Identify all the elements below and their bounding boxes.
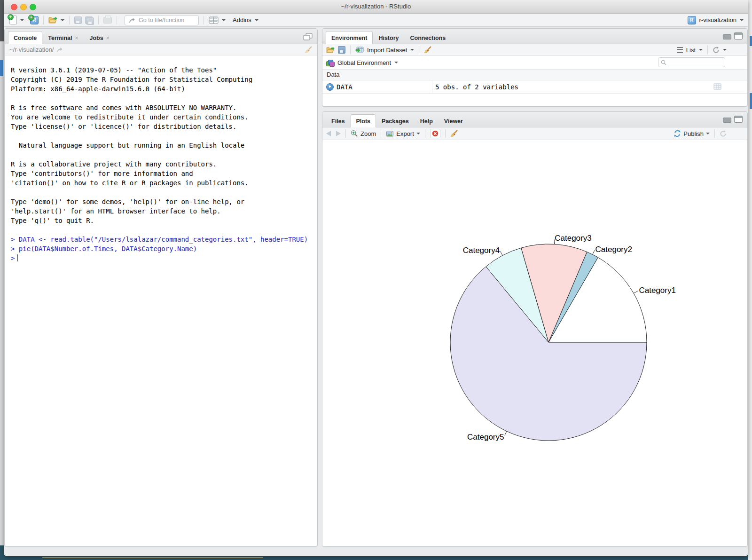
project-dropdown-caret[interactable] xyxy=(740,19,744,21)
remove-plot-button[interactable] xyxy=(430,129,440,138)
previous-plot-button[interactable] xyxy=(326,131,331,136)
console-output-line xyxy=(11,131,317,141)
close-tab-icon[interactable]: × xyxy=(106,35,110,41)
expand-object-icon[interactable] xyxy=(326,83,334,91)
zoom-window-button[interactable] xyxy=(30,4,36,10)
tab-packages[interactable]: Packages xyxy=(376,115,415,127)
close-tab-icon[interactable]: × xyxy=(75,35,78,41)
tab-connections[interactable]: Connections xyxy=(404,32,451,44)
background-window-header-fragment xyxy=(0,0,4,41)
new-file-dropdown-caret[interactable] xyxy=(20,19,24,21)
save-button[interactable] xyxy=(74,16,82,24)
print-button[interactable] xyxy=(103,17,112,24)
toolbar-separator xyxy=(707,46,708,54)
pane-layout-dropdown-caret[interactable] xyxy=(222,19,226,21)
plot-display-area: Category1Category2Category3Category4Cate… xyxy=(322,140,747,547)
title-bar[interactable]: ~/r-visualization - RStudio xyxy=(4,0,748,14)
tab-jobs[interactable]: Jobs× xyxy=(84,32,115,44)
list-view-label[interactable]: List xyxy=(686,47,696,54)
environment-toolbar: Import Dataset List xyxy=(322,44,747,56)
export-caret xyxy=(416,133,420,134)
next-plot-button[interactable] xyxy=(336,131,341,136)
import-dataset-button[interactable] xyxy=(355,47,364,53)
tab-plots[interactable]: Plots xyxy=(351,114,376,127)
pie-label-Category1: Category1 xyxy=(639,286,675,295)
clear-all-plots-icon[interactable] xyxy=(450,130,458,137)
save-all-icon-back xyxy=(86,17,94,25)
open-folder-icon xyxy=(326,47,335,53)
toolbar-separator xyxy=(714,129,715,138)
environment-search-input[interactable] xyxy=(668,59,722,66)
toolbar-separator xyxy=(43,16,44,24)
environment-search-box[interactable] xyxy=(658,57,725,67)
object-name: DATA xyxy=(337,83,352,91)
tab-label: Viewer xyxy=(444,118,463,125)
console-output[interactable]: R version 3.6.1 (2019-07-05) -- "Action … xyxy=(5,55,317,263)
tab-label: Connections xyxy=(410,35,446,41)
pane-layout-button[interactable] xyxy=(209,16,219,24)
addins-dropdown-caret[interactable] xyxy=(255,19,258,21)
tab-environment[interactable]: Environment xyxy=(326,31,373,44)
refresh-plot-icon[interactable] xyxy=(720,130,727,137)
export-plot-button[interactable]: Export xyxy=(386,130,420,137)
show-panes-icon[interactable] xyxy=(303,33,313,40)
minimize-pane-icon[interactable] xyxy=(723,34,731,39)
close-window-button[interactable] xyxy=(11,4,17,10)
zoom-plot-button[interactable]: Zoom xyxy=(351,130,376,137)
minimize-pane-icon[interactable] xyxy=(723,118,731,123)
goto-file-input[interactable] xyxy=(138,16,195,24)
refresh-environment-icon[interactable] xyxy=(713,47,720,54)
minimize-window-button[interactable] xyxy=(20,4,27,10)
project-icon: R xyxy=(688,16,696,24)
toolbar-separator xyxy=(445,129,446,138)
maximize-pane-icon[interactable] xyxy=(734,116,743,123)
publish-label: Publish xyxy=(683,130,704,137)
environment-scope-caret[interactable] xyxy=(394,62,398,63)
project-menu[interactable]: R xyxy=(688,16,696,24)
plots-toolbar: Zoom Export xyxy=(322,127,747,140)
tab-terminal[interactable]: Terminal× xyxy=(42,32,84,44)
open-file-dropdown-caret[interactable] xyxy=(61,19,64,21)
new-file-button[interactable]: + xyxy=(9,16,17,24)
console-tabstrip: ConsoleTerminal×Jobs× xyxy=(5,29,317,44)
publish-plot-button[interactable]: Publish xyxy=(674,130,710,137)
pie-label-tick xyxy=(501,251,503,255)
working-directory-path: ~/r-visualization/ xyxy=(9,46,54,53)
refresh-environment-caret[interactable] xyxy=(723,49,727,51)
load-workspace-button[interactable] xyxy=(326,47,335,53)
console-output-line: Type 'contributors()' for more informati… xyxy=(11,169,317,178)
tab-viewer[interactable]: Viewer xyxy=(439,115,469,127)
goto-file-search[interactable] xyxy=(125,15,199,25)
tab-help[interactable]: Help xyxy=(415,115,439,127)
save-workspace-button[interactable] xyxy=(338,46,345,54)
tab-console[interactable]: Console xyxy=(8,31,42,44)
new-file-icon: + xyxy=(9,16,17,24)
list-view-icon[interactable] xyxy=(677,47,683,53)
tab-files[interactable]: Files xyxy=(326,115,351,127)
background-window-blue-fragment xyxy=(0,60,3,76)
environment-object-row[interactable]: DATA 5 obs. of 2 variables xyxy=(322,80,747,94)
console-prompt-line[interactable]: > xyxy=(11,253,317,263)
clear-console-icon[interactable] xyxy=(305,46,313,54)
project-name[interactable]: r-visualization xyxy=(699,16,736,24)
new-project-button[interactable]: R+ xyxy=(30,16,39,24)
open-file-button[interactable] xyxy=(48,16,57,24)
environment-scope-selector[interactable]: Global Environment xyxy=(337,59,391,66)
maximize-pane-icon[interactable] xyxy=(734,32,743,39)
console-output-line: 'citation()' on how to cite R or R packa… xyxy=(11,178,317,188)
addins-menu[interactable]: Addins xyxy=(233,16,251,24)
console-output-line xyxy=(11,225,317,235)
import-dataset-label[interactable]: Import Dataset xyxy=(367,47,407,54)
clear-environment-icon[interactable] xyxy=(424,46,432,54)
export-image-icon xyxy=(386,130,394,137)
goto-directory-icon[interactable] xyxy=(56,47,63,52)
view-data-button[interactable] xyxy=(713,83,721,92)
import-dataset-caret[interactable] xyxy=(410,49,414,51)
pie-label-tick xyxy=(634,291,638,293)
list-view-caret[interactable] xyxy=(699,49,703,51)
tab-label: Environment xyxy=(331,35,367,41)
tab-history[interactable]: History xyxy=(373,32,404,44)
save-all-button[interactable] xyxy=(85,16,94,24)
export-label: Export xyxy=(396,130,414,137)
import-dataset-icon xyxy=(355,47,364,53)
